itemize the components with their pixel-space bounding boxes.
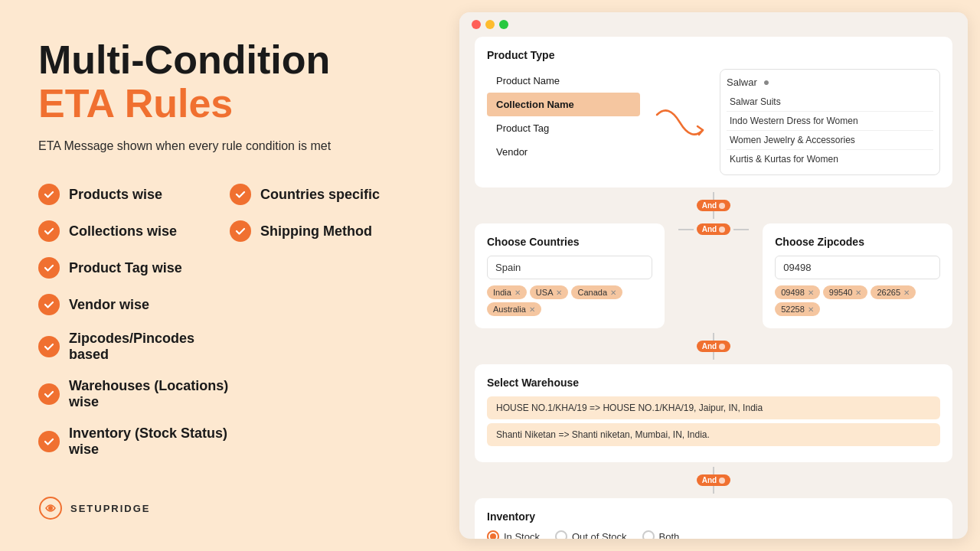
feature-countries-specific: Countries specific	[230, 176, 421, 213]
features-grid: Products wise Collections wise Product T…	[38, 176, 421, 465]
radio-label-both: Both	[659, 531, 680, 540]
inventory-options: In Stock Out of Stock Both	[487, 530, 940, 539]
check-icon	[38, 220, 60, 242]
radio-dot-in-stock	[487, 530, 499, 539]
arrow-area	[649, 69, 710, 175]
radio-inner	[490, 533, 496, 539]
zipcodes-card: Choose Zipcodes 09498✕ 99540✕ 26265✕ 522…	[763, 223, 952, 328]
connector-line	[713, 192, 714, 200]
connector-line	[713, 211, 714, 219]
search-results-panel: Salwar ● Salwar Suits Indo Western Dress…	[720, 69, 940, 175]
feature-label: Shipping Method	[260, 223, 372, 240]
tag-remove-icon[interactable]: ✕	[808, 305, 814, 314]
connector-line	[713, 352, 714, 360]
window-close-dot[interactable]	[472, 20, 481, 29]
check-icon	[38, 184, 60, 205]
product-type-item-tag[interactable]: Product Tag	[487, 116, 640, 140]
tag-remove-icon[interactable]: ✕	[556, 289, 562, 297]
feature-inventory: Inventory (Stock Status) wise	[38, 418, 230, 465]
feature-label: Countries specific	[260, 187, 380, 203]
brand-logo-icon	[38, 496, 63, 520]
countries-title: Choose Countries	[487, 236, 652, 248]
result-item[interactable]: Salwar Suits	[727, 93, 933, 112]
country-tag-canada: Canada✕	[571, 285, 622, 299]
countries-card: Choose Countries India✕ USA✕ Canada✕ Aus…	[475, 223, 665, 328]
subtitle-orange: ETA Rules	[38, 82, 421, 126]
search-icon[interactable]: ●	[763, 76, 769, 88]
and-dot	[719, 344, 725, 350]
tag-remove-icon[interactable]: ✕	[903, 289, 910, 297]
country-tag-usa: USA✕	[530, 285, 569, 299]
product-type-body: Product Name Collection Name Product Tag…	[487, 69, 940, 175]
result-item[interactable]: Kurtis & Kurtas for Women	[727, 150, 933, 168]
zipcodes-tags: 09498✕ 99540✕ 26265✕ 52258✕	[775, 285, 940, 316]
feature-label: Products wise	[69, 187, 162, 203]
inventory-title: Inventory	[487, 510, 940, 523]
window-content: Product Type Product Name Collection Nam…	[459, 37, 968, 539]
and-connector-3: And	[475, 467, 952, 494]
countries-tags: India✕ USA✕ Canada✕ Australia✕	[487, 285, 652, 316]
warehouse-card: Select Warehouse HOUSE NO.1/KHA/19 => HO…	[475, 364, 952, 462]
check-icon	[38, 383, 60, 405]
zipcode-tag-2: 99540✕	[823, 285, 868, 299]
result-item[interactable]: Indo Western Dress for Women	[727, 112, 933, 131]
brand-name: SETUPRIDGE	[70, 503, 151, 514]
tag-remove-icon[interactable]: ✕	[808, 289, 814, 297]
features-col1: Products wise Collections wise Product T…	[38, 176, 230, 465]
eta-message: ETA Message shown when every rule condit…	[38, 139, 421, 153]
result-item[interactable]: Women Jewelry & Accessories	[727, 131, 933, 150]
window-header	[459, 12, 968, 37]
radio-dot-out-of-stock	[555, 530, 567, 539]
connector-line	[713, 486, 714, 494]
and-badge: And	[697, 200, 730, 211]
tag-remove-icon[interactable]: ✕	[610, 289, 616, 297]
product-type-card: Product Type Product Name Collection Nam…	[475, 37, 952, 187]
zipcodes-title: Choose Zipcodes	[775, 236, 940, 248]
zipcodes-input[interactable]	[775, 256, 940, 279]
product-type-item-vendor[interactable]: Vendor	[487, 140, 640, 164]
feature-zipcodes: Zipcodes/Pincodes based	[38, 323, 230, 370]
svg-point-1	[48, 506, 53, 510]
tag-remove-icon[interactable]: ✕	[855, 289, 861, 297]
features-col2: Countries specific Shipping Method	[230, 176, 421, 465]
feature-label: Inventory (Stock Status) wise	[69, 425, 230, 458]
warehouse-title: Select Warehouse	[487, 377, 940, 389]
inventory-card: Inventory In Stock Out of Stock B	[475, 498, 952, 539]
and-dot	[719, 203, 725, 209]
radio-out-of-stock[interactable]: Out of Stock	[555, 530, 627, 539]
feature-label: Vendor wise	[69, 297, 149, 313]
product-type-list: Product Name Collection Name Product Tag…	[487, 69, 640, 175]
feature-products-wise: Products wise	[38, 176, 230, 213]
feature-vendor-wise: Vendor wise	[38, 286, 230, 323]
tag-remove-icon[interactable]: ✕	[529, 305, 535, 314]
tag-remove-icon[interactable]: ✕	[514, 289, 521, 297]
check-icon	[38, 336, 60, 357]
search-value-text: Salwar	[727, 77, 757, 88]
feature-label: Zipcodes/Pincodes based	[69, 331, 230, 363]
zipcode-tag-4: 52258✕	[775, 302, 820, 316]
product-type-item-name[interactable]: Product Name	[487, 69, 640, 93]
check-icon	[38, 431, 60, 452]
radio-in-stock[interactable]: In Stock	[487, 530, 540, 539]
feature-collections-wise: Collections wise	[38, 213, 230, 249]
product-type-title: Product Type	[487, 49, 940, 61]
connector-line	[713, 333, 714, 341]
product-type-item-collection[interactable]: Collection Name	[487, 93, 640, 116]
window-minimize-dot[interactable]	[485, 20, 495, 29]
brand-area: SETUPRIDGE	[38, 496, 421, 520]
check-icon	[230, 220, 251, 242]
connector-line	[713, 467, 714, 474]
radio-dot-both	[642, 530, 655, 539]
feature-shipping-method: Shipping Method	[230, 213, 421, 249]
warehouse-item-1[interactable]: HOUSE NO.1/KHA/19 => HOUSE NO.1/KHA/19, …	[487, 396, 940, 419]
radio-both[interactable]: Both	[642, 530, 680, 539]
window-maximize-dot[interactable]	[499, 20, 508, 29]
warehouse-item-2[interactable]: Shanti Niketan => Shanti niketan, Mumbai…	[487, 423, 940, 446]
check-icon	[38, 294, 60, 315]
and-horizontal-connector: And	[672, 223, 755, 235]
feature-label: Product Tag wise	[69, 260, 182, 276]
countries-input[interactable]	[487, 256, 652, 279]
country-tag-india: India✕	[487, 285, 527, 299]
curved-arrow-icon	[653, 99, 707, 145]
feature-warehouses: Warehouses (Locations) wise	[38, 370, 230, 418]
